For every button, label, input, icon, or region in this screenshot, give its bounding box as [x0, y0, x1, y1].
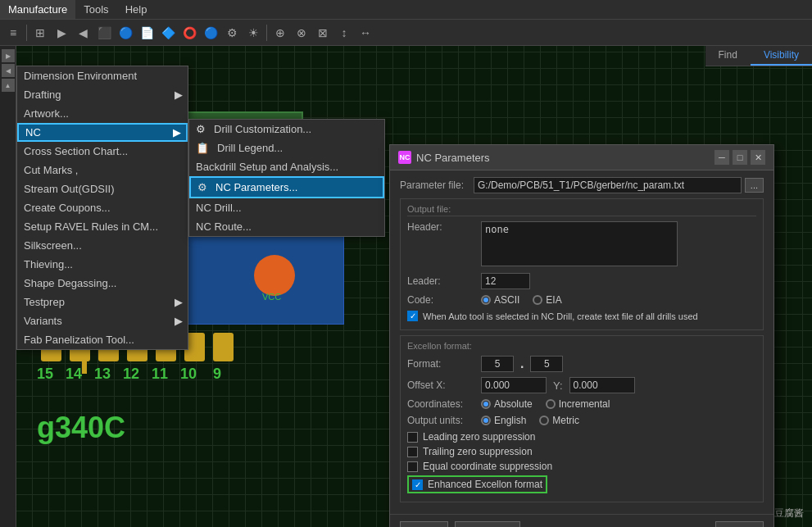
nc-submenu-params[interactable]: ⚙ NC Parameters... [189, 176, 384, 198]
menu-tools[interactable]: Tools [75, 0, 116, 19]
tab-find[interactable]: Find [705, 46, 751, 66]
dialog-maximize-btn[interactable]: □ [733, 150, 747, 165]
coord-incremental-radio[interactable] [546, 399, 556, 409]
pcb-num-15: 15 [37, 366, 53, 383]
menu-item-drafting[interactable]: Drafting ▶ [17, 85, 188, 104]
output-units-row: Output units: English Metric [407, 415, 756, 426]
menu-item-cross-section[interactable]: Cross Section Chart... [17, 142, 188, 161]
param-file-row: Parameter file: ... [400, 177, 764, 193]
menu-item-artwork[interactable]: Artwork... [17, 104, 188, 123]
format-right-input[interactable] [530, 356, 563, 372]
auto-tool-row[interactable]: ✓ When Auto tool is selected in NC Drill… [407, 311, 756, 321]
toolbar-btn-11[interactable]: ⚙ [222, 23, 242, 43]
toolbar-btn-7[interactable]: 📄 [137, 23, 157, 43]
trailing-zero-checkbox[interactable] [407, 447, 418, 457]
left-sidebar: ▶ ◀ ▲ [0, 46, 16, 527]
equal-coord-row[interactable]: Equal coordinate suppression [407, 461, 756, 472]
dialog-minimize-btn[interactable]: ─ [714, 150, 729, 165]
sidebar-btn-3[interactable]: ▲ [2, 79, 15, 92]
pcb-num-14: 14 [66, 366, 82, 383]
menu-manufacture[interactable]: Manufacture [0, 0, 75, 19]
menu-item-setup-ravel[interactable]: Setup RAVEL Rules in CM... [17, 217, 188, 236]
ok-button[interactable]: OK [400, 521, 448, 527]
menu-item-fab-pan[interactable]: Fab Panelization Tool... [17, 330, 188, 349]
toolbar-btn-15[interactable]: ⊠ [313, 23, 333, 43]
dialog-footer-left: OK Cancel [400, 521, 520, 527]
help-button[interactable]: Help [715, 521, 764, 527]
toolbar-btn-12[interactable]: ☀ [243, 23, 263, 43]
toolbar-btn-9[interactable]: ⭕ [179, 23, 199, 43]
toolbar-btn-13[interactable]: ⊕ [270, 23, 290, 43]
toolbar-btn-10[interactable]: 🔵 [201, 23, 220, 43]
dialog-close-btn[interactable]: ✕ [751, 150, 765, 165]
nc-submenu-drill[interactable]: NC Drill... [189, 198, 384, 217]
nc-submenu-route[interactable]: NC Route... [189, 217, 384, 236]
toolbar-btn-8[interactable]: 🔷 [158, 23, 178, 43]
code-ascii-option[interactable]: ASCII [481, 294, 519, 306]
main-area: ▶ ◀ ▲ 15 14 13 12 11 10 9 [0, 46, 812, 527]
sidebar-btn-2[interactable]: ◀ [2, 64, 15, 77]
menu-item-variants[interactable]: Variants ▶ [17, 311, 188, 330]
equal-coord-checkbox[interactable] [407, 461, 418, 472]
menu-item-testprep[interactable]: Testprep ▶ [17, 293, 188, 311]
menu-item-shape-degassing-label: Shape Degassing... [24, 277, 116, 289]
format-left-input[interactable] [481, 356, 514, 372]
dialog-footer: OK Cancel Help [390, 514, 773, 527]
menu-item-setup-ravel-label: Setup RAVEL Rules in CM... [24, 220, 158, 233]
units-metric-radio[interactable] [539, 416, 549, 425]
nc-submenu-drill-legend[interactable]: 📋 Drill Legend... [189, 139, 384, 157]
leader-row: Leader: [407, 273, 756, 289]
format-dot: . [520, 357, 524, 371]
menu-item-thieving[interactable]: Thieving... [17, 255, 188, 274]
code-eia-option[interactable]: EIA [533, 294, 561, 306]
menu-item-stream-out[interactable]: Stream Out(GDSII) [17, 179, 188, 198]
menu-item-cut-marks[interactable]: Cut Marks , [17, 161, 188, 179]
leading-zero-checkbox[interactable] [407, 432, 418, 443]
menu-item-shape-degassing[interactable]: Shape Degassing... [17, 274, 188, 293]
menu-item-stream-out-label: Stream Out(GDSII) [24, 183, 115, 195]
coord-absolute-option[interactable]: Absolute [481, 398, 533, 410]
coord-incremental-option[interactable]: Incremental [546, 398, 610, 410]
units-english-option[interactable]: English [481, 415, 526, 426]
units-english-radio[interactable] [481, 416, 491, 425]
toolbar-btn-3[interactable]: ▶ [52, 23, 71, 43]
leading-zero-row[interactable]: Leading zero suppression [407, 431, 756, 443]
toolbar-btn-6[interactable]: 🔵 [116, 23, 135, 43]
param-file-label: Parameter file: [400, 179, 474, 191]
leader-input[interactable] [481, 273, 530, 289]
offset-y-input[interactable] [569, 377, 635, 393]
toolbar-btn-17[interactable]: ↔ [356, 23, 375, 43]
canvas-area: 15 14 13 12 11 10 9 g340C VCC Find Visib… [16, 46, 812, 527]
param-file-input[interactable] [474, 177, 742, 193]
menu-item-create-coupons[interactable]: Create Coupons... [17, 198, 188, 217]
sidebar-btn-1[interactable]: ▶ [2, 49, 15, 62]
trailing-zero-row[interactable]: Trailing zero suppression [407, 446, 756, 457]
nc-submenu-backdrill[interactable]: Backdrill Setup and Analysis... [189, 157, 384, 176]
code-eia-radio[interactable] [533, 295, 542, 305]
coord-absolute-radio[interactable] [481, 399, 491, 409]
menu-item-dimension[interactable]: Dimension Environment [17, 66, 188, 85]
menu-item-silkscreen[interactable]: Silkscreen... [17, 236, 188, 255]
tab-visibility[interactable]: Visibility [751, 46, 812, 66]
toolbar-btn-4[interactable]: ◀ [73, 23, 93, 43]
header-input[interactable]: none [481, 221, 678, 266]
toolbar-btn-14[interactable]: ⊗ [292, 23, 311, 43]
toolbar-btn-2[interactable]: ⊞ [30, 23, 50, 43]
offset-x-input[interactable] [481, 377, 547, 393]
toolbar-btn-1[interactable]: ≡ [3, 23, 23, 43]
toolbar-btn-5[interactable]: ⬛ [94, 23, 114, 43]
enhanced-excellon-row[interactable]: ✓ Enhanced Excellon format [407, 475, 547, 493]
code-ascii-radio[interactable] [481, 295, 491, 305]
menu-item-thieving-label: Thieving... [24, 258, 73, 270]
units-metric-option[interactable]: Metric [539, 415, 579, 426]
coordinates-label: Coordinates: [407, 398, 481, 410]
toolbar-btn-16[interactable]: ↕ [334, 23, 354, 43]
enhanced-excellon-checkbox[interactable]: ✓ [412, 479, 423, 490]
auto-tool-checkbox[interactable]: ✓ [407, 311, 418, 321]
nc-submenu-drill-custom-label: Drill Customization... [214, 123, 311, 135]
nc-submenu-drill-custom[interactable]: ⚙ Drill Customization... [189, 120, 384, 139]
menu-help[interactable]: Help [117, 0, 156, 19]
param-file-browse-btn[interactable]: ... [745, 178, 764, 193]
cancel-button[interactable]: Cancel [455, 521, 519, 527]
menu-item-nc[interactable]: NC ▶ [17, 123, 188, 142]
